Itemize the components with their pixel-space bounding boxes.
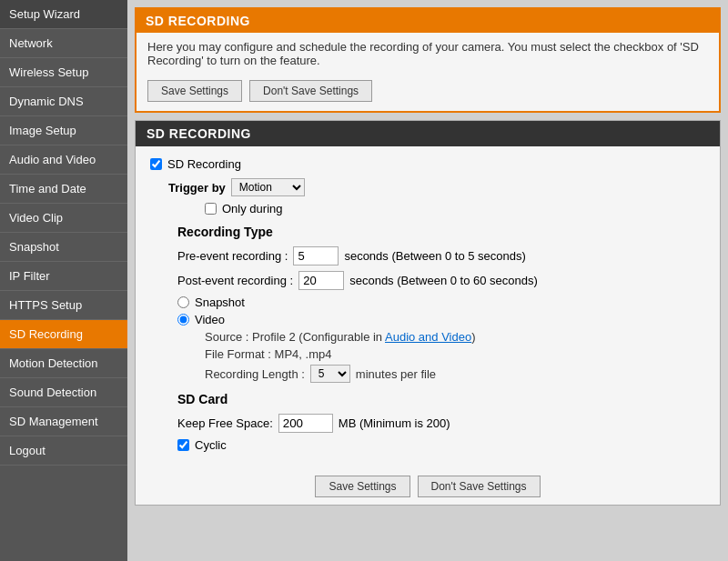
trigger-row: Trigger by Motion Schedule Always	[168, 178, 705, 196]
post-event-label: Post-event recording :	[177, 274, 293, 287]
sidebar-item-ip-filter[interactable]: IP Filter	[0, 262, 127, 291]
top-dont-save-button[interactable]: Don't Save Settings	[249, 80, 372, 102]
recording-length-label: Recording Length :	[205, 367, 305, 381]
sd-recording-checkbox[interactable]	[150, 158, 162, 170]
sidebar-item-https-setup[interactable]: HTTPS Setup	[0, 291, 127, 320]
sidebar-item-time-and-date[interactable]: Time and Date	[0, 175, 127, 204]
recording-length-suffix: minutes per file	[356, 367, 436, 381]
post-event-input[interactable]: 20	[298, 271, 344, 290]
pre-event-row: Pre-event recording : 5 seconds (Between…	[177, 246, 705, 265]
snapshot-radio-row: Snapshot	[177, 296, 705, 309]
bottom-dont-save-button[interactable]: Don't Save Settings	[418, 476, 541, 497]
file-format-row: File Format : MP4, .mp4	[205, 347, 705, 361]
sidebar-item-sd-management[interactable]: SD Management	[0, 407, 127, 436]
section-body: SD Recording Trigger by Motion Schedule …	[136, 146, 720, 468]
sidebar-item-snapshot[interactable]: Snapshot	[0, 233, 127, 262]
snapshot-radio[interactable]	[177, 296, 189, 308]
sidebar-item-sd-recording[interactable]: SD Recording	[0, 320, 127, 349]
sd-recording-row: SD Recording	[150, 157, 705, 171]
sd-card-section: SD Card Keep Free Space: 200 MB (Minimum…	[150, 392, 705, 452]
video-radio-row: Video	[177, 313, 705, 326]
sd-recording-label: SD Recording	[167, 157, 241, 171]
source-text: Source : Profile 2 (Configurable in	[205, 330, 385, 344]
sidebar-item-motion-detection[interactable]: Motion Detection	[0, 349, 127, 378]
bottom-buttons: Save Settings Don't Save Settings	[136, 468, 720, 505]
cyclic-label: Cyclic	[195, 438, 227, 452]
sd-card-heading: SD Card	[177, 392, 705, 406]
main-content: SD RECORDING Here you may configure and …	[127, 0, 728, 561]
pre-event-suffix: seconds (Between 0 to 5 seconds)	[344, 249, 525, 263]
cyclic-row: Cyclic	[177, 438, 705, 452]
file-format-text: File Format : MP4, .mp4	[205, 347, 331, 361]
pre-event-input[interactable]: 5	[293, 246, 339, 265]
post-event-row: Post-event recording : 20 seconds (Betwe…	[177, 271, 705, 290]
video-label: Video	[195, 313, 225, 326]
recording-length-row: Recording Length : 5 10 15 20 30 minutes…	[205, 365, 705, 383]
source-close: )	[471, 330, 475, 344]
sidebar: Setup WizardNetworkWireless SetupDynamic…	[0, 0, 127, 561]
pre-event-label: Pre-event recording :	[177, 249, 288, 263]
keep-free-space-suffix: MB (Minimum is 200)	[339, 416, 450, 430]
only-during-checkbox[interactable]	[205, 203, 217, 215]
sidebar-item-network[interactable]: Network	[0, 29, 127, 58]
only-during-label: Only during	[222, 202, 282, 215]
post-event-suffix: seconds (Between 0 to 60 seconds)	[349, 274, 538, 287]
sidebar-item-image-setup[interactable]: Image Setup	[0, 116, 127, 145]
sidebar-item-audio-and-video[interactable]: Audio and Video	[0, 145, 127, 175]
snapshot-label: Snapshot	[195, 296, 245, 309]
recording-length-select[interactable]: 5 10 15 20 30	[310, 365, 350, 383]
section-title: SD RECORDING	[136, 121, 720, 146]
top-banner-title: SD RECORDING	[136, 9, 719, 33]
sidebar-item-logout[interactable]: Logout	[0, 436, 127, 466]
bottom-save-button[interactable]: Save Settings	[315, 476, 410, 497]
cyclic-checkbox[interactable]	[177, 439, 189, 451]
sidebar-item-wireless-setup[interactable]: Wireless Setup	[0, 58, 127, 87]
trigger-select[interactable]: Motion Schedule Always	[231, 178, 305, 196]
trigger-label: Trigger by	[168, 181, 226, 195]
only-during-row: Only during	[205, 202, 705, 215]
top-save-button[interactable]: Save Settings	[147, 80, 242, 102]
sidebar-item-dynamic-dns[interactable]: Dynamic DNS	[0, 87, 127, 116]
top-banner-buttons: Save Settings Don't Save Settings	[136, 75, 719, 111]
top-banner-description: Here you may configure and schedule the …	[136, 33, 719, 75]
keep-free-space-row: Keep Free Space: 200 MB (Minimum is 200)	[177, 414, 705, 433]
source-row: Source : Profile 2 (Configurable in Audi…	[205, 330, 705, 344]
audio-video-link[interactable]: Audio and Video	[385, 330, 471, 344]
top-banner: SD RECORDING Here you may configure and …	[135, 7, 721, 113]
keep-free-space-input[interactable]: 200	[278, 414, 333, 433]
keep-free-space-label: Keep Free Space:	[177, 416, 273, 430]
recording-type-heading: Recording Type	[177, 225, 705, 239]
video-radio[interactable]	[177, 314, 189, 326]
sidebar-item-sound-detection[interactable]: Sound Detection	[0, 378, 127, 407]
main-section: SD RECORDING SD Recording Trigger by Mot…	[135, 120, 721, 506]
sidebar-item-video-clip[interactable]: Video Clip	[0, 204, 127, 233]
sidebar-item-setup-wizard[interactable]: Setup Wizard	[0, 0, 127, 29]
